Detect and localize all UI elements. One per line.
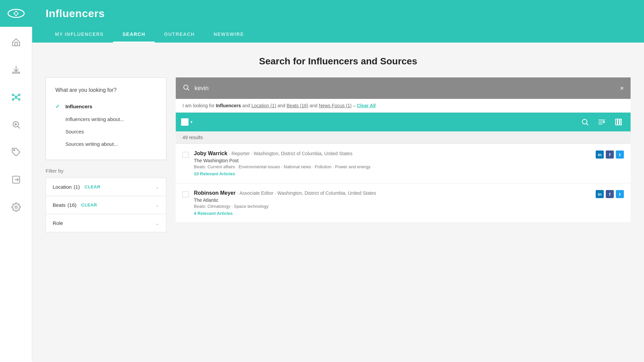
filter-location-label: Location (1) CLEAR xyxy=(53,184,100,190)
beats-count: (16) xyxy=(67,202,76,208)
result-social-1: in f t xyxy=(596,190,624,198)
search-bar-icon xyxy=(182,84,190,93)
svg-line-14 xyxy=(18,126,19,128)
result-info-1: Robinson Meyer · Associate Editor · Wash… xyxy=(194,190,590,216)
tab-bar: MY INFLUENCERS SEARCH OUTREACH NEWSWIRE xyxy=(32,27,644,43)
result-checkbox-0[interactable] xyxy=(182,152,189,158)
filter-row-beats[interactable]: Beats (16) CLEAR ⌄ xyxy=(46,196,166,214)
logo xyxy=(0,0,32,27)
left-panel: What are you looking for? ✓ Influencers … xyxy=(46,77,166,232)
toolbar-columns-btn[interactable] xyxy=(612,117,625,127)
tab-outreach[interactable]: OUTREACH xyxy=(155,27,204,43)
filter-beats-label: Beats (16) CLEAR xyxy=(53,202,97,208)
twitter-icon-0[interactable]: t xyxy=(616,150,624,159)
svg-line-23 xyxy=(587,124,588,125)
tab-my-influencers[interactable]: MY INFLUENCERS xyxy=(46,27,113,43)
content-layout: What are you looking for? ✓ Influencers … xyxy=(46,77,631,232)
svg-rect-27 xyxy=(615,119,617,125)
sidebar-item-search[interactable] xyxy=(7,116,25,133)
check-icon: ✓ xyxy=(55,103,63,110)
sidebar-item-tag[interactable] xyxy=(7,143,25,161)
filter-box: What are you looking for? ✓ Influencers … xyxy=(46,77,166,160)
result-card-0: Joby Warrick · Reporter · Washington, Di… xyxy=(176,144,631,183)
location-count: (1) xyxy=(74,184,80,190)
select-dropdown-arrow[interactable]: ▾ xyxy=(191,120,193,124)
clear-all-btn[interactable]: Clear All xyxy=(357,103,376,108)
filter-row-location[interactable]: Location (1) CLEAR ⌄ xyxy=(46,178,166,196)
sidebar-item-settings[interactable] xyxy=(7,198,25,216)
location-clear-btn[interactable]: CLEAR xyxy=(85,184,100,189)
select-all-checkbox[interactable] xyxy=(181,118,189,126)
right-panel: × I am looking for Influencers and Locat… xyxy=(176,77,631,223)
result-beats-0: Beats: Current affairs · Environmental i… xyxy=(194,164,590,169)
svg-rect-28 xyxy=(618,119,620,125)
svg-point-2 xyxy=(15,12,17,15)
search-bar: × xyxy=(176,77,631,99)
sidebar-item-network[interactable] xyxy=(7,88,25,106)
beats-chevron-icon: ⌄ xyxy=(155,202,159,208)
result-articles-0[interactable]: 10 Relevant Articles xyxy=(194,171,590,176)
beats-clear-btn[interactable]: CLEAR xyxy=(81,202,97,207)
facebook-icon-0[interactable]: f xyxy=(606,150,614,159)
filter-section: Filter by Location (1) CLEAR ⌄ Beats xyxy=(46,168,166,232)
beats-filter-link[interactable]: Beats (16) xyxy=(287,103,309,108)
news-focus-filter-link[interactable]: News Focus (1) xyxy=(319,103,352,108)
twitter-icon-1[interactable]: t xyxy=(616,190,624,198)
filter-role-label: Role xyxy=(53,220,63,226)
option-sources-writing[interactable]: Sources writing about... xyxy=(55,138,157,150)
linkedin-icon-1[interactable]: in xyxy=(596,190,604,198)
result-articles-1[interactable]: 4 Relevant Articles xyxy=(194,211,590,216)
svg-line-12 xyxy=(16,98,19,99)
option-list: ✓ Influencers Influencers writing about.… xyxy=(55,100,157,150)
option-influencers-writing[interactable]: Influencers writing about... xyxy=(55,113,157,125)
result-name-0: Joby Warrick xyxy=(194,150,227,156)
role-chevron-icon: ⌄ xyxy=(155,221,159,226)
svg-line-9 xyxy=(13,95,16,96)
sidebar-nav xyxy=(0,27,32,216)
result-org-0: The Washington Post xyxy=(194,158,590,163)
location-filter-link[interactable]: Location (1) xyxy=(251,103,276,108)
svg-line-11 xyxy=(13,98,16,99)
toolbar-sort-btn[interactable] xyxy=(595,117,608,127)
option-influencers[interactable]: ✓ Influencers xyxy=(55,100,157,113)
sidebar-item-home[interactable] xyxy=(7,34,25,51)
tab-search[interactable]: SEARCH xyxy=(113,27,155,43)
result-role-1: · Associate Editor · Washington, Distric… xyxy=(237,190,376,196)
results-toolbar: ▾ xyxy=(176,113,631,131)
filter-box-title: What are you looking for? xyxy=(55,87,157,93)
svg-point-17 xyxy=(13,149,15,151)
toolbar-search-btn[interactable] xyxy=(578,117,592,127)
svg-point-19 xyxy=(15,206,17,208)
linkedin-icon-0[interactable]: in xyxy=(596,150,604,159)
result-social-0: in f t xyxy=(596,150,624,159)
option-sources[interactable]: Sources xyxy=(55,125,157,138)
location-chevron-icon: ⌄ xyxy=(155,184,159,190)
filter-row-role[interactable]: Role ⌄ xyxy=(46,214,166,232)
header: Influencers xyxy=(32,0,644,27)
result-org-1: The Atlantic xyxy=(194,197,590,203)
svg-line-21 xyxy=(187,89,189,90)
page-body: Search for Influencers and Sources What … xyxy=(32,43,644,362)
result-beats-1: Beats: Climatology · Space technology xyxy=(194,204,590,209)
page-title: Search for Influencers and Sources xyxy=(46,56,631,67)
summary-prefix: I am looking for xyxy=(182,103,216,108)
sidebar-item-export[interactable] xyxy=(7,171,25,188)
svg-rect-3 xyxy=(12,72,19,73)
result-checkbox-1[interactable] xyxy=(182,191,189,197)
results-count: 49 results xyxy=(176,131,631,144)
facebook-icon-1[interactable]: f xyxy=(606,190,614,198)
result-info-0: Joby Warrick · Reporter · Washington, Di… xyxy=(194,150,590,176)
select-all-wrapper: ▾ xyxy=(181,118,193,126)
search-input[interactable] xyxy=(195,85,620,92)
result-card-1: Robinson Meyer · Associate Editor · Wash… xyxy=(176,183,631,223)
filter-summary: I am looking for Influencers and Locatio… xyxy=(176,99,631,113)
tab-newswire[interactable]: NEWSWIRE xyxy=(204,27,254,43)
search-clear-btn[interactable]: × xyxy=(620,84,624,92)
main-content: Influencers MY INFLUENCERS SEARCH OUTREA… xyxy=(32,0,644,362)
filter-section-title: Filter by xyxy=(46,168,166,174)
sidebar-item-download[interactable] xyxy=(7,61,25,78)
sidebar xyxy=(0,0,32,362)
header-title: Influencers xyxy=(46,7,105,20)
result-role-0: · Reporter · Washington, District of Col… xyxy=(229,151,352,156)
svg-rect-29 xyxy=(620,119,622,125)
